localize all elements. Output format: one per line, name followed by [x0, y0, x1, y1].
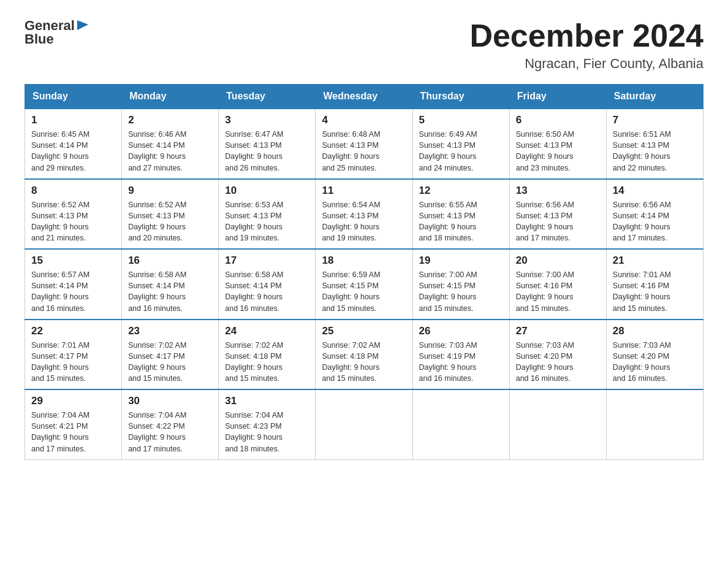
day-number-14: 14: [613, 185, 697, 197]
day-info-3: Sunrise: 6:47 AMSunset: 4:13 PMDaylight:…: [225, 129, 309, 174]
day-info-14: Sunrise: 6:56 AMSunset: 4:14 PMDaylight:…: [613, 199, 697, 244]
day-number-19: 19: [419, 255, 503, 267]
day-number-24: 24: [225, 325, 309, 337]
day-cell-24: 24Sunrise: 7:02 AMSunset: 4:18 PMDayligh…: [219, 320, 316, 390]
week-row-5: 29Sunrise: 7:04 AMSunset: 4:21 PMDayligh…: [25, 389, 703, 459]
empty-cell: [316, 389, 412, 459]
day-cell-19: 19Sunrise: 7:00 AMSunset: 4:15 PMDayligh…: [412, 249, 509, 320]
day-cell-28: 28Sunrise: 7:03 AMSunset: 4:20 PMDayligh…: [606, 320, 703, 390]
day-number-27: 27: [516, 325, 600, 337]
day-cell-22: 22Sunrise: 7:01 AMSunset: 4:17 PMDayligh…: [25, 320, 122, 390]
day-info-28: Sunrise: 7:03 AMSunset: 4:20 PMDaylight:…: [613, 340, 697, 385]
day-info-15: Sunrise: 6:57 AMSunset: 4:14 PMDaylight:…: [31, 269, 115, 314]
day-number-17: 17: [225, 255, 309, 267]
logo-text: General Blue: [25, 18, 89, 47]
day-cell-14: 14Sunrise: 6:56 AMSunset: 4:14 PMDayligh…: [606, 179, 703, 250]
day-cell-17: 17Sunrise: 6:58 AMSunset: 4:14 PMDayligh…: [219, 249, 316, 320]
day-number-15: 15: [31, 255, 115, 267]
day-cell-26: 26Sunrise: 7:03 AMSunset: 4:19 PMDayligh…: [412, 320, 509, 390]
day-cell-21: 21Sunrise: 7:01 AMSunset: 4:16 PMDayligh…: [606, 249, 703, 320]
day-number-3: 3: [225, 114, 309, 126]
page-header: General Blue December 2024 Ngracan, Fier…: [25, 18, 703, 72]
day-number-10: 10: [225, 185, 309, 197]
day-number-18: 18: [322, 255, 406, 267]
day-number-21: 21: [613, 255, 697, 267]
day-cell-23: 23Sunrise: 7:02 AMSunset: 4:17 PMDayligh…: [122, 320, 219, 390]
day-number-11: 11: [322, 185, 406, 197]
svg-marker-0: [77, 20, 88, 30]
day-info-23: Sunrise: 7:02 AMSunset: 4:17 PMDaylight:…: [128, 340, 212, 385]
day-info-18: Sunrise: 6:59 AMSunset: 4:15 PMDaylight:…: [322, 269, 406, 314]
week-row-2: 8Sunrise: 6:52 AMSunset: 4:13 PMDaylight…: [25, 179, 703, 250]
day-info-20: Sunrise: 7:00 AMSunset: 4:16 PMDaylight:…: [516, 269, 600, 314]
day-cell-13: 13Sunrise: 6:56 AMSunset: 4:13 PMDayligh…: [509, 179, 606, 250]
day-info-11: Sunrise: 6:54 AMSunset: 4:13 PMDaylight:…: [322, 199, 406, 244]
calendar-table: SundayMondayTuesdayWednesdayThursdayFrid…: [25, 84, 703, 460]
day-cell-7: 7Sunrise: 6:51 AMSunset: 4:13 PMDaylight…: [606, 109, 703, 179]
day-info-7: Sunrise: 6:51 AMSunset: 4:13 PMDaylight:…: [613, 129, 697, 174]
day-info-8: Sunrise: 6:52 AMSunset: 4:13 PMDaylight:…: [31, 199, 115, 244]
header-thursday: Thursday: [412, 85, 509, 109]
day-info-2: Sunrise: 6:46 AMSunset: 4:14 PMDaylight:…: [128, 129, 212, 174]
day-number-13: 13: [516, 185, 600, 197]
day-number-30: 30: [128, 395, 212, 407]
day-cell-9: 9Sunrise: 6:52 AMSunset: 4:13 PMDaylight…: [122, 179, 219, 250]
empty-cell: [509, 389, 606, 459]
day-cell-29: 29Sunrise: 7:04 AMSunset: 4:21 PMDayligh…: [25, 389, 122, 459]
day-number-4: 4: [322, 114, 406, 126]
day-number-25: 25: [322, 325, 406, 337]
day-number-9: 9: [128, 185, 212, 197]
day-info-24: Sunrise: 7:02 AMSunset: 4:18 PMDaylight:…: [225, 340, 309, 385]
header-tuesday: Tuesday: [219, 85, 316, 109]
day-cell-8: 8Sunrise: 6:52 AMSunset: 4:13 PMDaylight…: [25, 179, 122, 250]
day-number-20: 20: [516, 255, 600, 267]
day-number-31: 31: [225, 395, 309, 407]
logo: General Blue: [25, 18, 89, 47]
day-info-22: Sunrise: 7:01 AMSunset: 4:17 PMDaylight:…: [31, 340, 115, 385]
day-cell-18: 18Sunrise: 6:59 AMSunset: 4:15 PMDayligh…: [316, 249, 412, 320]
header-friday: Friday: [509, 85, 606, 109]
day-number-1: 1: [31, 114, 115, 126]
week-row-1: 1Sunrise: 6:45 AMSunset: 4:14 PMDaylight…: [25, 109, 703, 179]
day-number-2: 2: [128, 114, 212, 126]
day-cell-3: 3Sunrise: 6:47 AMSunset: 4:13 PMDaylight…: [219, 109, 316, 179]
day-cell-20: 20Sunrise: 7:00 AMSunset: 4:16 PMDayligh…: [509, 249, 606, 320]
day-info-19: Sunrise: 7:00 AMSunset: 4:15 PMDaylight:…: [419, 269, 503, 314]
day-number-16: 16: [128, 255, 212, 267]
day-number-6: 6: [516, 114, 600, 126]
day-info-25: Sunrise: 7:02 AMSunset: 4:18 PMDaylight:…: [322, 340, 406, 385]
day-number-23: 23: [128, 325, 212, 337]
day-info-29: Sunrise: 7:04 AMSunset: 4:21 PMDaylight:…: [31, 410, 115, 454]
day-cell-27: 27Sunrise: 7:03 AMSunset: 4:20 PMDayligh…: [509, 320, 606, 390]
week-row-4: 22Sunrise: 7:01 AMSunset: 4:17 PMDayligh…: [25, 320, 703, 390]
header-saturday: Saturday: [606, 85, 703, 109]
day-number-8: 8: [31, 185, 115, 197]
day-info-17: Sunrise: 6:58 AMSunset: 4:14 PMDaylight:…: [225, 269, 309, 314]
day-number-12: 12: [419, 185, 503, 197]
day-cell-2: 2Sunrise: 6:46 AMSunset: 4:14 PMDaylight…: [122, 109, 219, 179]
day-cell-5: 5Sunrise: 6:49 AMSunset: 4:13 PMDaylight…: [412, 109, 509, 179]
day-number-26: 26: [419, 325, 503, 337]
day-cell-31: 31Sunrise: 7:04 AMSunset: 4:23 PMDayligh…: [219, 389, 316, 459]
day-number-22: 22: [31, 325, 115, 337]
day-cell-15: 15Sunrise: 6:57 AMSunset: 4:14 PMDayligh…: [25, 249, 122, 320]
week-row-3: 15Sunrise: 6:57 AMSunset: 4:14 PMDayligh…: [25, 249, 703, 320]
day-cell-10: 10Sunrise: 6:53 AMSunset: 4:13 PMDayligh…: [219, 179, 316, 250]
day-cell-12: 12Sunrise: 6:55 AMSunset: 4:13 PMDayligh…: [412, 179, 509, 250]
empty-cell: [606, 389, 703, 459]
day-info-31: Sunrise: 7:04 AMSunset: 4:23 PMDaylight:…: [225, 410, 309, 454]
day-info-1: Sunrise: 6:45 AMSunset: 4:14 PMDaylight:…: [31, 129, 115, 174]
header-sunday: Sunday: [25, 85, 122, 109]
header-row: SundayMondayTuesdayWednesdayThursdayFrid…: [25, 85, 703, 109]
day-cell-1: 1Sunrise: 6:45 AMSunset: 4:14 PMDaylight…: [25, 109, 122, 179]
empty-cell: [412, 389, 509, 459]
day-info-21: Sunrise: 7:01 AMSunset: 4:16 PMDaylight:…: [613, 269, 697, 314]
day-info-10: Sunrise: 6:53 AMSunset: 4:13 PMDaylight:…: [225, 199, 309, 244]
calendar-title: December 2024: [469, 18, 703, 53]
day-cell-4: 4Sunrise: 6:48 AMSunset: 4:13 PMDaylight…: [316, 109, 412, 179]
day-info-13: Sunrise: 6:56 AMSunset: 4:13 PMDaylight:…: [516, 199, 600, 244]
header-monday: Monday: [122, 85, 219, 109]
day-info-4: Sunrise: 6:48 AMSunset: 4:13 PMDaylight:…: [322, 129, 406, 174]
day-info-16: Sunrise: 6:58 AMSunset: 4:14 PMDaylight:…: [128, 269, 212, 314]
day-cell-6: 6Sunrise: 6:50 AMSunset: 4:13 PMDaylight…: [509, 109, 606, 179]
